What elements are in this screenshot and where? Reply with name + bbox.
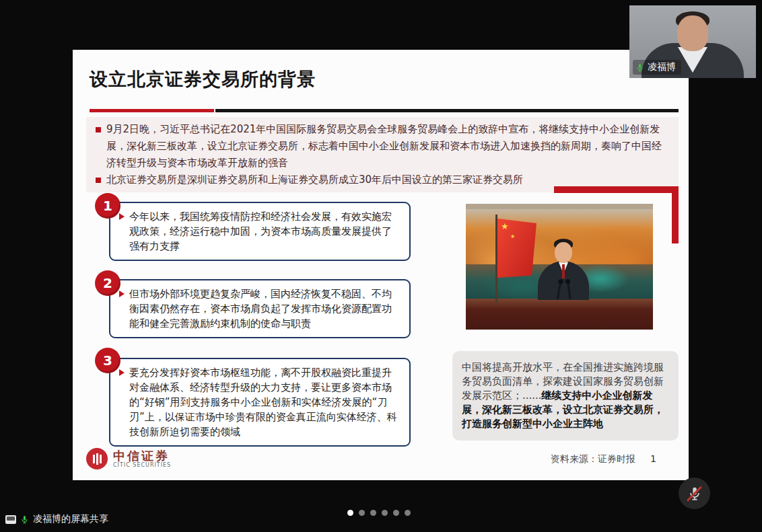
participant-name: 凌福博: [648, 61, 676, 73]
banner-bullet: 9月2日晚，习近平总书记在2021年中国国际服务贸易交易会全球服务贸易峰会上的致…: [96, 121, 669, 172]
point-number-badge: 1: [95, 193, 120, 219]
mic-on-icon: [635, 63, 644, 72]
flag-star-icon: ★: [501, 221, 509, 231]
arrow-bullet-icon: [119, 291, 125, 297]
source-line: 资料来源：证券时报1: [551, 453, 656, 465]
point-number-badge: 3: [95, 348, 120, 373]
citic-logo-en: CITIC SECURITIES: [113, 462, 171, 468]
flag-star-icon: ★: [510, 233, 515, 239]
meeting-window: 设立北京证券交易所的背景 9月2日晚，习近平总书记在2021年中国国际服务贸易交…: [0, 0, 762, 532]
arrow-bullet-icon: [119, 213, 125, 220]
title-underline-black: [215, 109, 679, 112]
screen-share-indicator: 凌福博的屏幕共享: [5, 513, 108, 525]
participant-name-badge: 凌福博: [633, 60, 681, 75]
point-box: 今年以来，我国统筹疫情防控和经济社会发展，有效实施宏观政策，经济运行稳中加固，为…: [109, 202, 411, 261]
webcam-person-face: [677, 15, 708, 51]
flag-pole: [495, 215, 497, 303]
headline-banner: 9月2日晚，习近平总书记在2021年中国国际服务贸易交易会全球服务贸易峰会上的致…: [86, 117, 679, 192]
slide-title: 设立北京证券交易所的背景: [90, 67, 316, 91]
pagination-dot[interactable]: [405, 510, 411, 516]
webcam-tile[interactable]: 凌福博: [629, 5, 756, 78]
banner-bullet-text: 北京证券交易所是深圳证券交易所和上海证券交易所成立30年后中国设立的第三家证券交…: [106, 172, 523, 188]
pagination-dot[interactable]: [359, 510, 365, 516]
pagination-dot[interactable]: [393, 510, 399, 516]
citic-logo-icon: [86, 448, 108, 469]
square-bullet-icon: [96, 127, 101, 132]
pagination-dot[interactable]: [347, 510, 353, 516]
source-label: 资料来源：证券时报: [551, 453, 635, 464]
photo-speaker-face: [555, 242, 572, 263]
quote-box: 中国将提高开放水平，在全国推进实施跨境服务贸易负面清单，探索建设国家服务贸易创新…: [452, 351, 679, 441]
point-box: 但市场外部环境更趋复杂严峻，国内经济恢复不稳固、不均衡因素仍然存在，资本市场肩负…: [109, 279, 411, 338]
photo-xi-jinping-speech: ★ ★: [466, 204, 653, 330]
citic-logo-cn: 中信证券: [113, 450, 171, 462]
photo-desk: [466, 299, 653, 330]
title-underline-red: [90, 109, 214, 112]
mute-button[interactable]: [679, 478, 710, 509]
point-text: 要充分发挥好资本市场枢纽功能，离不开股权融资比重提升对金融体系、经济转型升级的大…: [129, 365, 401, 439]
point-text: 但市场外部环境更趋复杂严峻，国内经济恢复不稳固、不均衡因素仍然存在，资本市场肩负…: [129, 287, 401, 331]
screen-share-icon: [5, 515, 16, 524]
banner-bullet-text: 9月2日晚，习近平总书记在2021年中国国际服务贸易交易会全球服务贸易峰会上的致…: [106, 121, 669, 172]
pagination-dots[interactable]: [347, 510, 411, 516]
citic-logo: 中信证券 CITIC SECURITIES: [86, 448, 171, 469]
arrow-bullet-icon: [119, 369, 125, 376]
point-box: 要充分发挥好资本市场枢纽功能，离不开股权融资比重提升对金融体系、经济转型升级的大…: [109, 358, 411, 447]
red-corner-accent: [672, 186, 679, 243]
pagination-dot[interactable]: [382, 510, 388, 516]
screen-share-label: 凌福博的屏幕共享: [33, 513, 108, 525]
point-number-badge: 2: [95, 270, 120, 296]
pagination-dot[interactable]: [370, 510, 376, 516]
page-number: 1: [650, 453, 656, 464]
point-text: 今年以来，我国统筹疫情防控和经济社会发展，有效实施宏观政策，经济运行稳中加固，为…: [129, 209, 401, 254]
shared-slide: 设立北京证券交易所的背景 9月2日晚，习近平总书记在2021年中国国际服务贸易交…: [73, 50, 689, 480]
mic-on-icon: [20, 515, 29, 524]
photo-speaker-tie: [562, 264, 565, 278]
red-corner-accent: [554, 186, 679, 193]
square-bullet-icon: [96, 178, 101, 183]
